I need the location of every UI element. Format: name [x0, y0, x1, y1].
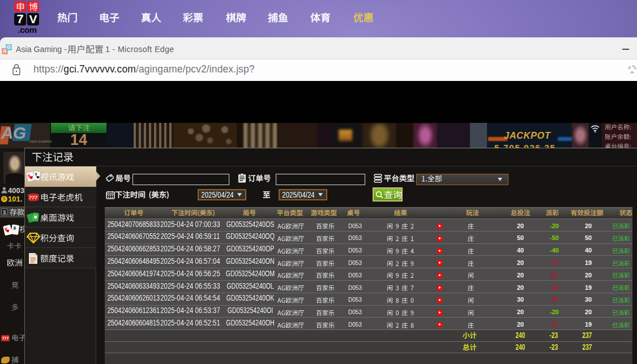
svg-text:777: 777 [29, 195, 38, 200]
